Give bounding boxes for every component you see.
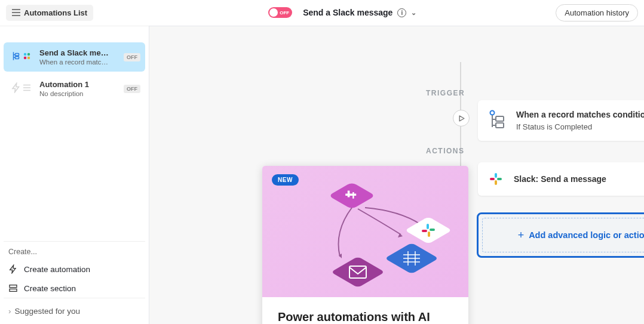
hamburger-icon [12,9,20,16]
trigger-card[interactable]: When a record matches conditions If Stat… [478,100,644,141]
card-icons [10,81,33,94]
svg-rect-20 [427,224,429,229]
list-icon [22,82,32,93]
sidebar: Send a Slack mes… When a record match… O… [0,26,149,324]
info-icon[interactable]: i [397,8,406,17]
chevron-right-icon: › [8,307,11,316]
add-action-label: Add advanced logic or action [529,230,644,240]
svg-rect-23 [422,230,427,232]
conditions-icon [489,110,505,130]
sidebar-bottom: Create... Create automation Create secti… [4,241,145,324]
svg-rect-7 [10,289,17,291]
svg-point-3 [27,53,30,56]
automation-title-bar: Send a Slack message i ⌄ [303,8,416,17]
svg-rect-0 [16,54,19,56]
main-layout: Send a Slack mes… When a record match… O… [0,26,644,324]
promo-graphic [262,166,468,297]
svg-rect-30 [331,257,385,288]
card-icons [10,50,33,63]
toggle-state-label: OFF [280,10,289,16]
bolt-icon [11,82,22,93]
automation-card-1[interactable]: Automation 1 No description OFF [4,74,145,103]
svg-rect-12 [497,178,502,180]
create-section-label: Create section [24,284,76,293]
status-badge: OFF [124,53,140,61]
section-icon [8,283,18,293]
actions-section-label: ACTIONS [426,147,465,155]
trigger-section-label: TRIGGER [426,89,465,97]
run-trigger-button[interactable] [453,110,470,126]
automations-list-button[interactable]: Automations List [6,5,93,21]
svg-rect-22 [428,232,430,237]
card-subtitle: When a record match… [39,58,111,66]
action-title: Slack: Send a message [514,174,606,184]
svg-rect-11 [495,173,497,178]
status-badge: OFF [124,85,140,93]
flow-canvas[interactable]: TRIGGER ACTIONS When a record matches co… [149,26,644,324]
new-badge: NEW [272,174,299,186]
svg-point-4 [27,57,30,60]
automation-history-button[interactable]: Automation history [556,4,638,21]
svg-rect-14 [490,178,495,180]
play-icon [458,115,465,122]
create-automation-label: Create automation [24,265,90,274]
svg-marker-17 [398,233,403,237]
card-title: Send a Slack mes… [39,48,111,57]
suggested-label: Suggested for you [15,307,81,316]
slack-icon [489,172,503,186]
svg-rect-9 [496,116,504,121]
svg-rect-1 [16,57,19,59]
card-subtitle: No description [39,90,89,97]
automation-card-slack[interactable]: Send a Slack mes… When a record match… O… [4,42,145,72]
suggested-for-you[interactable]: › Suggested for you [4,298,145,324]
plus-icon: + [518,229,525,242]
svg-rect-10 [496,123,504,128]
svg-rect-6 [10,285,17,288]
create-automation-button[interactable]: Create automation [4,260,145,279]
trigger-title: When a record matches conditions [516,110,644,119]
ai-promo-card[interactable]: NEW [262,166,468,324]
create-section-button[interactable]: Create section [4,279,145,298]
automations-list-label: Automations List [24,8,87,17]
trigger-subtitle: If Status is Completed [516,122,644,131]
promo-illustration: NEW [262,166,468,297]
conditions-icon [11,51,22,61]
chevron-down-icon[interactable]: ⌄ [411,9,416,17]
automation-title[interactable]: Send a Slack message [303,8,392,17]
action-card[interactable]: Slack: Send a message [478,162,644,196]
svg-rect-21 [430,229,435,231]
svg-point-2 [24,53,27,56]
automation-toggle[interactable]: OFF [268,7,292,18]
card-title: Automation 1 [39,80,89,89]
add-action-button[interactable]: + Add advanced logic or action [477,212,644,258]
topbar: Automations List OFF Send a Slack messag… [0,0,644,26]
slack-icon [22,51,32,61]
svg-rect-13 [495,180,497,185]
create-header: Create... [4,242,145,260]
bolt-icon [8,264,18,274]
promo-title: Power automations with AI [278,310,453,324]
svg-rect-19 [404,217,452,244]
svg-point-8 [490,111,495,115]
svg-point-5 [24,57,27,60]
